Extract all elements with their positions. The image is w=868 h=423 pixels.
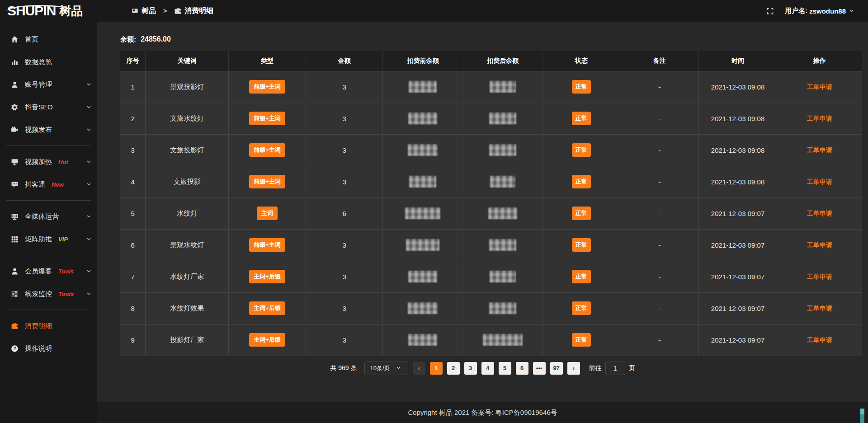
sidebar-item-video[interactable]: 视频发布 — [0, 118, 97, 141]
column-header: 备注 — [620, 51, 699, 71]
balance-row: 余额: 24856.00 — [97, 22, 868, 51]
page-button-97[interactable]: 97 — [550, 362, 563, 375]
sidebar-item-question[interactable]: ? 操作说明 — [0, 337, 97, 360]
status-badge: 正常 — [572, 80, 591, 94]
cell-balance-after — [463, 324, 542, 356]
sidebar-item-gear[interactable]: 抖音SEO — [0, 96, 97, 118]
sidebar-item-bar-chart[interactable]: 数据总览 — [0, 51, 97, 73]
cell-action: 工单申请 — [777, 261, 862, 292]
page-button-1[interactable]: 1 — [430, 362, 443, 375]
cell-time: 2021-12-03 09:07 — [699, 324, 777, 356]
sidebar-item-home[interactable]: 首页 — [0, 28, 97, 51]
work-order-link[interactable]: 工单申请 — [807, 146, 832, 154]
table-row: 3 文旅投影灯 前缀+主词 3 正常 - 2021-12-03 09:08 工单… — [120, 134, 862, 166]
censored-value — [489, 144, 516, 156]
page-button-5[interactable]: 5 — [499, 362, 511, 375]
work-order-link[interactable]: 工单申请 — [807, 336, 832, 343]
cell-time: 2021-12-03 09:08 — [699, 103, 777, 134]
fullscreen-icon[interactable] — [766, 7, 774, 15]
cell-index: 3 — [120, 134, 146, 166]
chevron-icon — [85, 235, 93, 243]
sidebar-item-label: 线索监控 — [25, 290, 52, 298]
status-badge: 正常 — [572, 207, 591, 220]
cell-balance-after — [463, 71, 542, 103]
cell-index: 9 — [120, 324, 146, 356]
cell-type: 前缀+主词 — [229, 103, 306, 134]
cell-index: 4 — [120, 166, 146, 197]
page-button-4[interactable]: 4 — [481, 362, 494, 375]
sidebar-item-display[interactable]: 视频加热 Hot — [0, 150, 97, 173]
breadcrumb-item-current[interactable]: 消费明细 — [174, 6, 213, 16]
page-size-select[interactable]: 10条/页 — [364, 362, 408, 375]
sidebar-item-label: 矩阵助推 — [25, 235, 52, 244]
censored-value — [489, 113, 516, 124]
cell-keyword: 投影灯厂家 — [146, 324, 229, 356]
video-icon — [11, 126, 19, 134]
page-button-3[interactable]: 3 — [464, 362, 477, 375]
censored-value — [490, 81, 516, 93]
cell-time: 2021-12-03 09:08 — [699, 134, 777, 166]
cell-type: 前缀+主词 — [229, 166, 306, 197]
gear-icon — [11, 103, 19, 111]
cell-amount: 3 — [306, 103, 383, 134]
cell-time: 2021-12-03 09:07 — [699, 292, 777, 324]
table-row: 6 景观水纹灯 前缀+主词 3 正常 - 2021-12-03 09:07 工单… — [120, 229, 862, 261]
chevron-icon — [848, 7, 855, 15]
breadcrumb-label: 消费明细 — [184, 6, 213, 16]
sidebar-item-chat[interactable]: 抖客通 New — [0, 173, 97, 196]
more-pages-button[interactable]: ••• — [533, 362, 546, 375]
table-row: 5 水纹灯 主词 6 正常 - 2021-12-03 09:07 工单申请 — [120, 197, 862, 229]
table-row: 1 景观投影灯 前缀+主词 3 正常 - 2021-12-03 09:08 工单… — [120, 71, 862, 103]
work-order-link[interactable]: 工单申请 — [807, 210, 832, 217]
status-badge: 正常 — [572, 238, 591, 252]
cell-index: 7 — [120, 261, 146, 292]
prev-page-button[interactable]: ‹ — [413, 362, 425, 375]
table-row: 9 投影灯厂家 主词+后缀 3 正常 - 2021-12-03 09:07 工单… — [120, 324, 862, 356]
cell-amount: 3 — [306, 166, 383, 197]
cell-status: 正常 — [542, 324, 620, 356]
work-order-link[interactable]: 工单申请 — [807, 273, 832, 280]
user-menu[interactable]: 用户名: zswodun88 — [785, 7, 855, 15]
goto-page-input[interactable] — [605, 362, 625, 375]
cell-remark: - — [620, 292, 699, 324]
sidebar-item-wallet[interactable]: 消费明细 — [0, 315, 97, 337]
censored-value — [408, 144, 438, 156]
sidebar-item-sliders[interactable]: 线索监控 Tools — [0, 282, 97, 305]
breadcrumb-item-home[interactable]: 树品 — [131, 6, 156, 16]
monitor-icon — [11, 213, 19, 221]
cell-remark: - — [620, 229, 699, 261]
sliders-icon — [11, 290, 19, 298]
cell-status: 正常 — [542, 166, 620, 197]
cell-action: 工单申请 — [777, 324, 862, 356]
work-order-link[interactable]: 工单申请 — [807, 83, 832, 90]
cell-type: 前缀+主词 — [229, 134, 306, 166]
copyright-text: Copyright 树品 2021 备案号: 粤ICP备09019646号 — [408, 409, 557, 417]
page-button-2[interactable]: 2 — [447, 362, 460, 375]
table-row: 4 文旅投影 前缀+主词 3 正常 - 2021-12-03 09:08 工单申… — [120, 166, 862, 197]
pagination-total: 共 969 条 — [330, 364, 357, 372]
user-solid-icon — [11, 268, 19, 275]
cell-remark: - — [620, 103, 699, 134]
page-button-6[interactable]: 6 — [516, 362, 528, 375]
cell-balance-before — [383, 229, 463, 261]
cell-keyword: 水纹灯厂家 — [146, 261, 229, 292]
table-row: 2 文旅水纹灯 前缀+主词 3 正常 - 2021-12-03 09:08 工单… — [120, 103, 862, 134]
work-order-link[interactable]: 工单申请 — [807, 115, 832, 122]
sidebar-item-grid[interactable]: 矩阵助推 VIP — [0, 228, 97, 250]
cell-status: 正常 — [542, 103, 620, 134]
cell-keyword: 水纹灯效果 — [146, 292, 229, 324]
cell-action: 工单申请 — [777, 229, 862, 261]
cell-index: 8 — [120, 292, 146, 324]
sidebar-item-user-solid[interactable]: 会员爆客 Tools — [0, 260, 97, 282]
cell-action: 工单申请 — [777, 71, 862, 103]
work-order-link[interactable]: 工单申请 — [807, 305, 832, 312]
sidebar-item-label: 数据总览 — [25, 58, 52, 66]
sidebar-item-monitor[interactable]: 全媒体运营 — [0, 205, 97, 228]
status-badge: 正常 — [572, 175, 591, 188]
work-order-link[interactable]: 工单申请 — [807, 178, 832, 185]
work-order-link[interactable]: 工单申请 — [807, 241, 832, 249]
cell-status: 正常 — [542, 292, 620, 324]
sidebar-item-user[interactable]: 账号管理 — [0, 73, 97, 96]
column-header: 扣费前余额 — [383, 51, 463, 71]
next-page-button[interactable]: › — [567, 362, 580, 375]
